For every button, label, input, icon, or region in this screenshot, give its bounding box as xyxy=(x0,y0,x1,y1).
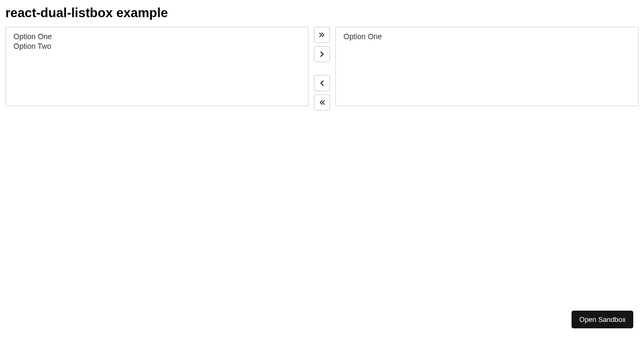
chevron-left-icon xyxy=(319,79,325,87)
chevron-double-right-icon xyxy=(319,31,325,39)
selected-option[interactable]: Option One xyxy=(343,32,631,41)
available-listbox[interactable]: Option One Option Two xyxy=(5,27,309,106)
available-option[interactable]: Option Two xyxy=(13,41,301,51)
chevron-double-left-icon xyxy=(319,99,325,107)
available-option[interactable]: Option One xyxy=(13,32,301,41)
open-sandbox-button[interactable]: Open Sandbox xyxy=(572,311,633,328)
move-all-left-button[interactable] xyxy=(314,94,330,111)
selected-listbox[interactable]: Option One xyxy=(335,27,639,106)
chevron-right-icon xyxy=(319,50,325,58)
move-left-button[interactable] xyxy=(314,75,330,91)
page-title: react-dual-listbox example xyxy=(5,5,639,20)
action-column xyxy=(314,27,330,111)
dual-listbox: Option One Option Two xyxy=(5,27,639,111)
move-right-button[interactable] xyxy=(314,46,330,62)
move-all-right-button[interactable] xyxy=(314,27,330,43)
